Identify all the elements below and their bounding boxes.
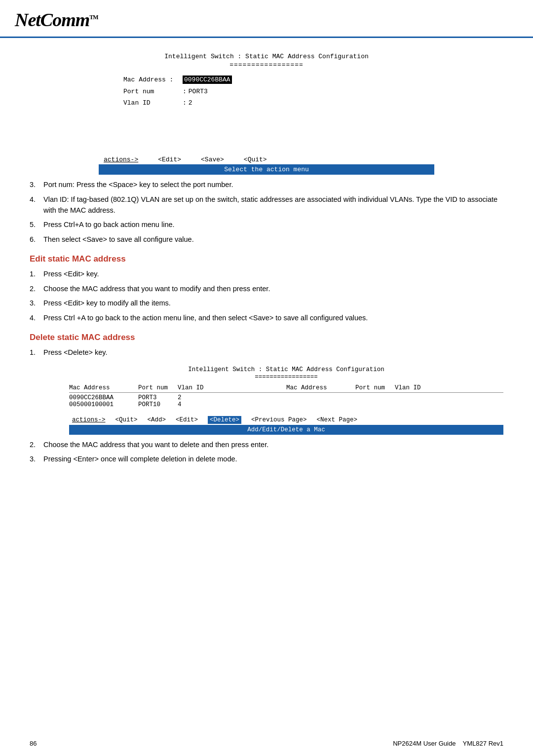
- list-item: 4. Vlan ID: If tag-based (802.1Q) VLAN a…: [30, 194, 503, 216]
- action-bar-1-top: actions-> <Edit> <Save> <Quit>: [99, 155, 434, 164]
- vlan-id-label: Vlan ID: [123, 99, 183, 107]
- action-save-1[interactable]: <Save>: [201, 156, 224, 163]
- terminal-box-1: Intelligent Switch : Static MAC Address …: [114, 48, 419, 115]
- t2-port-val-2: PORT10: [138, 401, 178, 408]
- mac-address-value: 0090CC26BBAA: [183, 76, 232, 84]
- t2-col-port-2: Port num: [355, 384, 395, 391]
- t2-left-header: Mac Address Port num Vlan ID: [69, 384, 286, 393]
- actions-label-2: actions->: [72, 416, 106, 423]
- t2-mac-val-2: 005000100001: [69, 401, 138, 408]
- list-item: 3. Pressing <Enter> once will complete d…: [30, 454, 503, 465]
- main-content: Intelligent Switch : Static MAC Address …: [0, 38, 533, 492]
- t2-port-val-1: PORT3: [138, 394, 178, 401]
- guide-info: NP2624M User Guide YML827 Rev1: [393, 740, 503, 747]
- list-item: 2. Choose the MAC address that you want …: [30, 440, 503, 451]
- t2-row-left-2: 005000100001 PORT10 4: [69, 401, 286, 408]
- t2-col-vlan-1: Vlan ID: [178, 384, 217, 391]
- delete-instructions-list-2: 2. Choose the MAC address that you want …: [30, 440, 503, 465]
- action-bar-1-status: Select the action menu: [99, 164, 434, 175]
- netcomm-logo: NetCommTM: [15, 9, 98, 31]
- delete-instructions-list: 1. Press <Delete> key.: [30, 347, 503, 358]
- page-header: NetCommTM: [0, 0, 533, 38]
- t2-right-header: Mac Address Port num Vlan ID: [286, 384, 503, 393]
- terminal1-underline: =================: [123, 61, 410, 69]
- edit-instructions-list: 1. Press <Edit> key. 2. Choose the MAC a…: [30, 269, 503, 324]
- action-edit-1[interactable]: <Edit>: [158, 156, 181, 163]
- list-item: 1. Press <Edit> key.: [30, 269, 503, 280]
- t2-mac-val-1: 0090CC26BBAA: [69, 394, 138, 401]
- terminal1-title: Intelligent Switch : Static MAC Address …: [123, 53, 410, 60]
- terminal2-underline: =================: [69, 374, 503, 380]
- action-add-2[interactable]: <Add>: [148, 416, 166, 423]
- guide-revision: YML827 Rev1: [463, 740, 503, 747]
- page-number: 86: [30, 740, 37, 747]
- action-bar-2-top: actions-> <Quit> <Add> <Edit> <Delete> <…: [69, 415, 503, 425]
- page-footer: 86 NP2624M User Guide YML827 Rev1: [30, 740, 503, 747]
- instructions-list-1: 3. Port num: Press the <Space> key to se…: [30, 180, 503, 245]
- port-num-value: PORT3: [189, 88, 208, 95]
- action-delete-2[interactable]: <Delete>: [208, 416, 241, 424]
- list-item: 6. Then select <Save> to save all config…: [30, 234, 503, 245]
- t2-row-right-2: [286, 401, 503, 408]
- mac-address-label: Mac Address :: [123, 76, 183, 83]
- t2-table-body: 0090CC26BBAA PORT3 2 005000100001 PORT10…: [69, 394, 503, 408]
- t2-row-right-1: [286, 394, 503, 401]
- t2-table-header-row: Mac Address Port num Vlan ID Mac Address…: [69, 384, 503, 393]
- table-row: 0090CC26BBAA PORT3 2: [69, 394, 503, 401]
- port-num-label: Port num: [123, 88, 183, 95]
- list-item: 5. Press Ctrl+A to go back action menu l…: [30, 220, 503, 230]
- table-row: 005000100001 PORT10 4: [69, 401, 503, 408]
- t2-col-mac-2: Mac Address: [286, 384, 355, 391]
- action-bar-2: actions-> <Quit> <Add> <Edit> <Delete> <…: [69, 415, 503, 435]
- logo-tm: TM: [89, 14, 98, 21]
- vlan-id-field: Vlan ID : 2: [123, 99, 410, 107]
- delete-section-heading: Delete static MAC address: [30, 333, 503, 342]
- t2-col-port-1: Port num: [138, 384, 178, 391]
- t2-vlan-val-1: 2: [178, 394, 217, 401]
- list-item: 3. Port num: Press the <Space> key to se…: [30, 180, 503, 190]
- action-edit-2[interactable]: <Edit>: [176, 416, 198, 423]
- action-bar-2-status: Add/Edit/Delete a Mac: [69, 425, 503, 435]
- terminal2-title: Intelligent Switch : Static MAC Address …: [69, 366, 503, 373]
- t2-row-left-1: 0090CC26BBAA PORT3 2: [69, 394, 286, 401]
- edit-section-heading: Edit static MAC address: [30, 254, 503, 264]
- terminal-box-2: Intelligent Switch : Static MAC Address …: [69, 366, 503, 408]
- action-next-page-2[interactable]: <Next Page>: [317, 416, 358, 423]
- list-item: 2. Choose the MAC address that you want …: [30, 284, 503, 295]
- vlan-id-value: 2: [189, 99, 192, 107]
- t2-col-mac-1: Mac Address: [69, 384, 138, 391]
- list-item: 1. Press <Delete> key.: [30, 347, 503, 358]
- action-prev-page-2[interactable]: <Previous Page>: [251, 416, 307, 423]
- action-bar-1: actions-> <Edit> <Save> <Quit> Select th…: [99, 155, 434, 175]
- list-item: 4. Press Ctrl +A to go back to the actio…: [30, 313, 503, 324]
- guide-title: NP2624M User Guide: [393, 740, 456, 747]
- t2-vlan-val-2: 4: [178, 401, 217, 408]
- action-quit-1[interactable]: <Quit>: [244, 156, 267, 163]
- t2-col-vlan-2: Vlan ID: [395, 384, 434, 391]
- port-num-field: Port num : PORT3: [123, 88, 410, 95]
- mac-address-field: Mac Address : 0090CC26BBAA: [123, 76, 410, 84]
- list-item: 3. Press <Edit> key to modify all the it…: [30, 298, 503, 309]
- action-quit-2[interactable]: <Quit>: [115, 416, 138, 423]
- actions-label-1: actions->: [104, 156, 138, 163]
